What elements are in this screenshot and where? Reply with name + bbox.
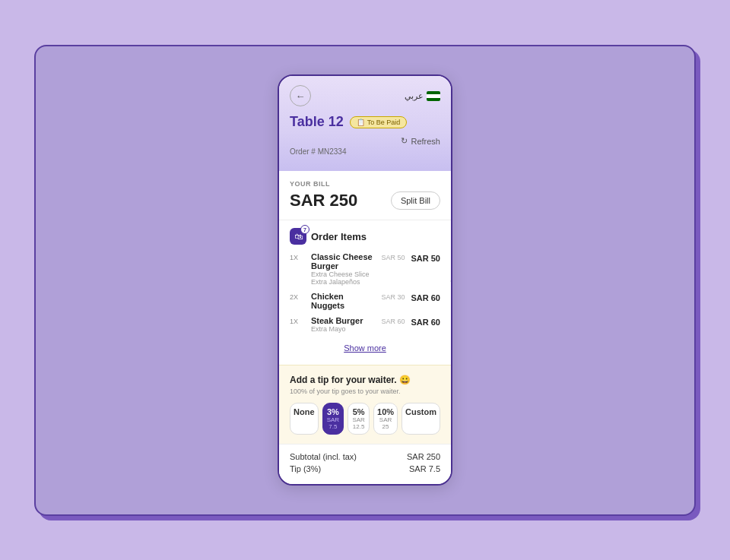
desktop-background: ⇔ ← عربي Table 12 📋 To Be Paid	[0, 0, 730, 560]
tip-10pct-amount: SAR 25	[377, 416, 394, 430]
item-info: Classic Cheese Burger Extra Cheese Slice…	[311, 252, 375, 286]
tip-3pct-amount: SAR 7.5	[326, 416, 341, 430]
item-name: Chicken Nuggets	[311, 292, 375, 310]
item-extras-2: Extra Jalapeños	[311, 278, 375, 286]
table-info-row: Table 12 📋 To Be Paid ↻ Refresh	[290, 114, 440, 146]
bag-icon: 🛍 7	[290, 228, 306, 245]
item-name: Classic Cheese Burger	[311, 252, 375, 271]
window-frame: ⇔ ← عربي Table 12 📋 To Be Paid	[34, 45, 696, 516]
order-items-section: 🛍 7 Order Items 1X Classic Cheese Burger…	[279, 220, 451, 365]
bag-count: 7	[300, 225, 309, 234]
tip-5pct-label: 5%	[351, 407, 366, 416]
tip-5pct-amount: SAR 12.5	[351, 416, 366, 430]
subtotal-row: Subtotal (incl. tax) SAR 250	[290, 452, 440, 461]
order-items-header: 🛍 7 Order Items	[290, 228, 440, 245]
tip-10pct-button[interactable]: 10% SAR 25	[373, 403, 398, 435]
tip-section: Add a tip for your waiter. 😀 100% of you…	[279, 365, 451, 444]
item-total-price: SAR 50	[411, 252, 440, 263]
order-item: 1X Steak Burger Extra Mayo SAR 60 SAR 60	[290, 316, 440, 333]
bill-amount: SAR 250	[290, 191, 357, 210]
item-extras: Extra Mayo	[311, 325, 375, 333]
item-info: Steak Burger Extra Mayo	[311, 316, 375, 333]
item-unit-price: SAR 60	[381, 316, 405, 325]
summary-section: Subtotal (incl. tax) SAR 250 Tip (3%) SA…	[279, 444, 451, 484]
card-header: ← عربي Table 12 📋 To Be Paid ↻	[279, 76, 451, 171]
status-badge: 📋 To Be Paid	[350, 116, 408, 128]
refresh-icon: ↻	[401, 136, 408, 146]
tip-none-label: None	[294, 407, 315, 416]
your-bill-label: YOUR BILL	[290, 180, 440, 188]
tip-custom-button[interactable]: Custom	[402, 403, 440, 435]
phone-card: ⇔ ← عربي Table 12 📋 To Be Paid	[278, 74, 452, 486]
order-item: 1X Classic Cheese Burger Extra Cheese Sl…	[290, 252, 440, 286]
order-items-title: Order Items	[311, 231, 367, 242]
item-unit-price: SAR 30	[381, 292, 405, 301]
status-icon: 📋	[357, 119, 365, 126]
status-text: To Be Paid	[367, 119, 401, 126]
order-item: 2X Chicken Nuggets SAR 30 SAR 60	[290, 292, 440, 310]
subtotal-label: Subtotal (incl. tax)	[290, 452, 357, 461]
flag-icon	[427, 91, 440, 101]
language-selector[interactable]: عربي	[405, 91, 440, 101]
refresh-button[interactable]: ↻ Refresh	[401, 136, 440, 146]
tip-10pct-label: 10%	[377, 407, 394, 416]
back-arrow-icon: ←	[296, 90, 306, 102]
item-info: Chicken Nuggets	[311, 292, 375, 310]
tip-3pct-button[interactable]: 3% SAR 7.5	[322, 403, 344, 435]
refresh-label: Refresh	[411, 137, 440, 146]
item-qty: 2X	[290, 292, 305, 301]
card-body: YOUR BILL SAR 250 Split Bill 🛍 7 Order I…	[279, 171, 451, 484]
item-qty: 1X	[290, 252, 305, 261]
tip-custom-label: Custom	[405, 407, 436, 416]
header-top: ← عربي	[290, 85, 440, 106]
tip-value: SAR 7.5	[409, 464, 440, 473]
bill-amount-row: SAR 250 Split Bill	[290, 191, 440, 210]
tip-5pct-button[interactable]: 5% SAR 12.5	[348, 403, 370, 435]
item-total-price: SAR 60	[411, 292, 440, 302]
item-unit-price: SAR 50	[381, 252, 405, 261]
subtotal-value: SAR 250	[407, 452, 440, 461]
tip-options: None 3% SAR 7.5 5% SAR 12.5 10% SAR 25	[290, 403, 440, 435]
item-qty: 1X	[290, 316, 305, 325]
order-number: Order # MN2334	[290, 147, 440, 156]
table-title: Table 12	[290, 114, 344, 130]
tip-header: Add a tip for your waiter. 😀	[290, 375, 440, 385]
back-button[interactable]: ←	[290, 85, 311, 106]
tip-label: Tip (3%)	[290, 464, 321, 473]
item-name: Steak Burger	[311, 316, 375, 325]
tip-row: Tip (3%) SAR 7.5	[290, 464, 440, 473]
tip-3pct-label: 3%	[326, 407, 341, 416]
split-bill-button[interactable]: Split Bill	[391, 191, 440, 210]
tip-subtitle: 100% of your tip goes to your waiter.	[290, 388, 440, 395]
item-total-price: SAR 60	[411, 316, 440, 327]
bill-section: YOUR BILL SAR 250 Split Bill	[279, 171, 451, 220]
resize-handle-icon[interactable]: ⇔	[450, 273, 452, 287]
item-extras: Extra Cheese Slice	[311, 271, 375, 278]
show-more-button[interactable]: Show more	[290, 339, 440, 357]
arabic-text: عربي	[405, 91, 424, 101]
tip-none-button[interactable]: None	[290, 403, 319, 435]
